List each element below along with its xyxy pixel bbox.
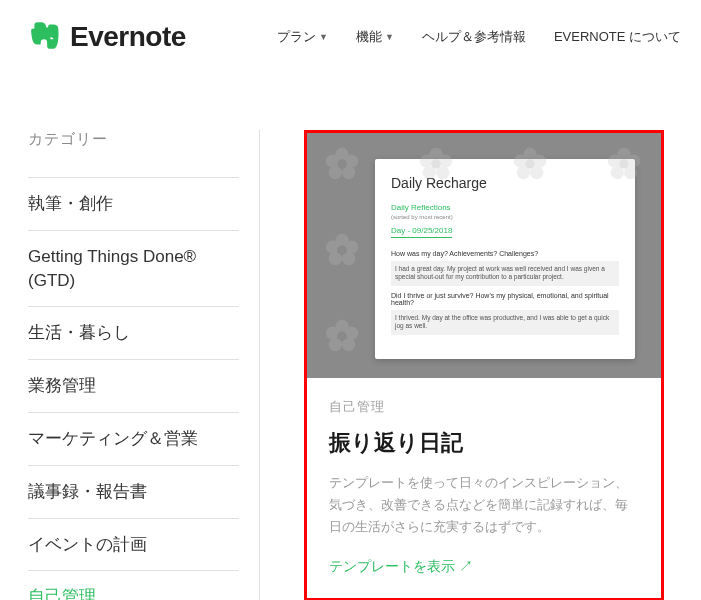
card-body: 自己管理 振り返り日記 テンプレートを使って日々のインスピレーション、気づき、改… bbox=[307, 378, 661, 598]
nav-features[interactable]: 機能 ▼ bbox=[356, 28, 394, 46]
note-answer: I had a great day. My project at work wa… bbox=[391, 261, 619, 286]
sidebar-item-writing[interactable]: 執筆・創作 bbox=[28, 177, 239, 230]
note-preview-page: Daily Recharge Daily Reflections (sorted… bbox=[375, 159, 635, 359]
svg-point-5 bbox=[337, 159, 347, 169]
sidebar-item-minutes[interactable]: 議事録・報告書 bbox=[28, 465, 239, 518]
sidebar-item-marketing[interactable]: マーケティング＆営業 bbox=[28, 412, 239, 465]
svg-point-7 bbox=[439, 155, 452, 168]
nav-help[interactable]: ヘルプ＆参考情報 bbox=[422, 28, 526, 46]
svg-point-19 bbox=[627, 155, 640, 168]
card-category: 自己管理 bbox=[329, 398, 639, 416]
evernote-elephant-icon bbox=[28, 18, 62, 56]
view-template-link[interactable]: テンプレートを表示 ↗ bbox=[329, 558, 639, 576]
sidebar-heading: カテゴリー bbox=[28, 130, 239, 149]
svg-point-16 bbox=[514, 155, 527, 168]
flower-icon bbox=[323, 231, 361, 269]
svg-point-31 bbox=[345, 327, 358, 340]
svg-point-13 bbox=[533, 155, 546, 168]
card-description: テンプレートを使って日々のインスピレーション、気づき、改善できる点などを簡単に記… bbox=[329, 472, 639, 538]
svg-point-25 bbox=[345, 241, 358, 254]
nav-help-label: ヘルプ＆参考情報 bbox=[422, 28, 526, 46]
nav-about[interactable]: EVERNOTE について bbox=[554, 28, 681, 46]
note-question: Did I thrive or just survive? How's my p… bbox=[391, 292, 619, 306]
top-nav: プラン ▼ 機能 ▼ ヘルプ＆参考情報 EVERNOTE について bbox=[277, 28, 681, 46]
svg-point-34 bbox=[326, 327, 339, 340]
nav-plan[interactable]: プラン ▼ bbox=[277, 28, 328, 46]
svg-point-28 bbox=[326, 241, 339, 254]
note-answer: I thrived. My day at the office was prod… bbox=[391, 310, 619, 335]
sidebar-item-selfmgmt[interactable]: 自己管理 bbox=[28, 570, 239, 600]
note-sub: (sorted by most recent) bbox=[391, 214, 619, 220]
template-card[interactable]: Daily Recharge Daily Reflections (sorted… bbox=[304, 130, 664, 600]
sidebar: カテゴリー 執筆・創作 Getting Things Done® (GTD) 生… bbox=[0, 130, 260, 600]
flower-icon bbox=[323, 145, 361, 183]
flower-icon bbox=[605, 145, 643, 183]
chevron-down-icon: ▼ bbox=[385, 32, 394, 42]
flower-icon bbox=[417, 145, 455, 183]
svg-point-10 bbox=[420, 155, 433, 168]
sidebar-item-life[interactable]: 生活・暮らし bbox=[28, 306, 239, 359]
svg-point-35 bbox=[337, 331, 347, 341]
svg-point-11 bbox=[431, 159, 441, 169]
note-question: How was my day? Achievements? Challenges… bbox=[391, 250, 619, 257]
flower-icon bbox=[323, 317, 361, 355]
sidebar-item-events[interactable]: イベントの計画 bbox=[28, 518, 239, 571]
note-heading: Daily Reflections bbox=[391, 203, 619, 212]
brand-name: Evernote bbox=[70, 21, 186, 53]
nav-plan-label: プラン bbox=[277, 28, 316, 46]
card-title: 振り返り日記 bbox=[329, 428, 639, 458]
svg-point-1 bbox=[345, 155, 358, 168]
sidebar-item-business[interactable]: 業務管理 bbox=[28, 359, 239, 412]
main-content: Daily Recharge Daily Reflections (sorted… bbox=[260, 130, 701, 600]
svg-point-17 bbox=[525, 159, 535, 169]
nav-about-label: EVERNOTE について bbox=[554, 28, 681, 46]
note-date: Day - 09/25/2018 bbox=[391, 226, 452, 238]
svg-point-29 bbox=[337, 245, 347, 255]
nav-features-label: 機能 bbox=[356, 28, 382, 46]
card-preview: Daily Recharge Daily Reflections (sorted… bbox=[307, 133, 661, 378]
svg-point-23 bbox=[619, 159, 629, 169]
svg-point-4 bbox=[326, 155, 339, 168]
svg-point-22 bbox=[608, 155, 621, 168]
chevron-down-icon: ▼ bbox=[319, 32, 328, 42]
header: Evernote プラン ▼ 機能 ▼ ヘルプ＆参考情報 EVERNOTE につ… bbox=[0, 0, 701, 70]
flower-icon bbox=[511, 145, 549, 183]
logo-area[interactable]: Evernote bbox=[28, 18, 186, 56]
sidebar-item-gtd[interactable]: Getting Things Done® (GTD) bbox=[28, 230, 239, 307]
